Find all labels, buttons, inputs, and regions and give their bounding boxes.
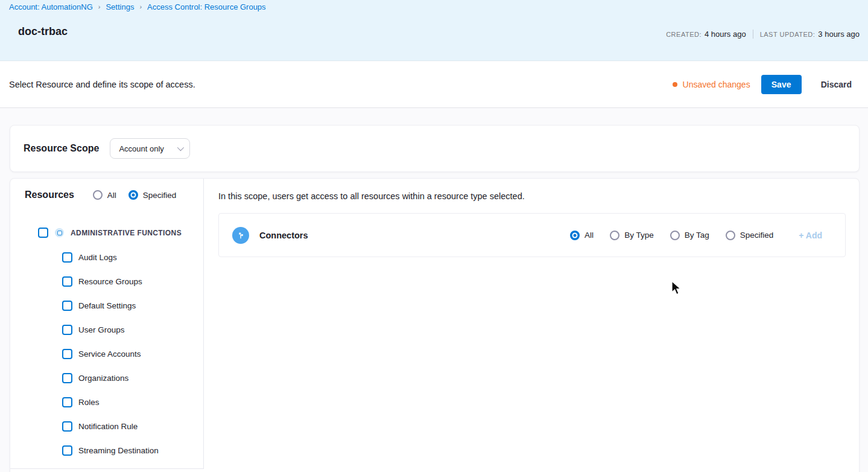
radio-option-all[interactable]: All — [570, 231, 594, 240]
list-item-label: Streaming Destination — [78, 446, 159, 455]
header-meta: CREATED: 4 hours ago LAST UPDATED: 3 hou… — [666, 30, 860, 39]
radio-label: All — [107, 191, 116, 200]
list-item-label: Notification Rule — [78, 422, 138, 431]
last-updated-value: 3 hours ago — [818, 30, 860, 39]
checkbox[interactable] — [62, 301, 72, 311]
group-partial-state-icon — [55, 228, 64, 237]
radio-label: Specified — [143, 191, 177, 200]
list-item-label: Service Accounts — [78, 349, 141, 359]
list-item-notification-rule[interactable]: Notification Rule — [62, 421, 159, 432]
radio-icon[interactable] — [610, 231, 619, 240]
save-button[interactable]: Save — [761, 75, 802, 94]
breadcrumb-separator-icon: › — [98, 3, 101, 10]
resources-mode-radio-group: All Specified — [93, 190, 177, 200]
connectors-resource-row: Connectors All By Type By Tag Specified … — [218, 213, 846, 257]
discard-button[interactable]: Discard — [821, 80, 852, 89]
scope-description: Select Resource and define its scope of … — [9, 80, 195, 89]
checkbox[interactable] — [62, 373, 72, 383]
scope-note: In this scope, users get access to all r… — [218, 191, 525, 201]
resources-sidebar: Resources All Specified ADMINISTRATIVE F… — [10, 179, 204, 469]
checkbox[interactable] — [62, 349, 72, 359]
breadcrumb-account-link[interactable]: Account: AutomationNG — [9, 2, 93, 11]
list-item-user-groups[interactable]: User Groups — [62, 324, 159, 335]
resource-scope-select[interactable]: Account only — [110, 138, 190, 159]
radio-selected-icon[interactable] — [570, 231, 580, 240]
resources-heading: Resources — [25, 190, 74, 200]
radio-label: By Type — [624, 231, 654, 240]
last-updated-label: LAST UPDATED: — [760, 31, 816, 38]
unsaved-dot-icon — [673, 82, 677, 87]
list-item-label: Resource Groups — [78, 277, 142, 286]
radio-option-all[interactable]: All — [93, 190, 116, 200]
list-item-label: Audit Logs — [78, 253, 117, 262]
list-item-default-settings[interactable]: Default Settings — [62, 300, 159, 311]
radio-label: Specified — [740, 231, 774, 240]
resource-scope-selected-value: Account only — [119, 144, 163, 153]
connectors-icon — [232, 227, 249, 244]
resource-scope-card: Resource Scope Account only — [10, 125, 860, 172]
list-item-label: User Groups — [78, 325, 125, 334]
created-label: CREATED: — [666, 31, 702, 38]
breadcrumb: Account: AutomationNG › Settings › Acces… — [9, 2, 266, 11]
group-checkbox[interactable] — [38, 228, 48, 238]
created-value: 4 hours ago — [705, 30, 746, 39]
radio-icon[interactable] — [670, 231, 680, 240]
list-item-resource-groups[interactable]: Resource Groups — [62, 276, 159, 287]
page-title: doc-trbac — [18, 25, 68, 38]
list-item-audit-logs[interactable]: Audit Logs — [62, 252, 159, 263]
list-item-label: Roles — [78, 398, 100, 407]
list-item-label: Default Settings — [78, 301, 136, 310]
radio-option-specified[interactable]: Specified — [128, 190, 177, 200]
resource-scope-heading: Resource Scope — [24, 143, 99, 154]
radio-selected-icon[interactable] — [128, 190, 138, 200]
chevron-down-icon — [177, 144, 184, 151]
connectors-access-radio-group: All By Type By Tag Specified + Add — [570, 231, 822, 240]
breadcrumb-separator-icon: › — [139, 3, 142, 10]
resources-card: Resources All Specified ADMINISTRATIVE F… — [10, 178, 860, 472]
list-item-organizations[interactable]: Organizations — [62, 372, 159, 383]
radio-option-by-tag[interactable]: By Tag — [670, 231, 709, 240]
radio-icon[interactable] — [93, 190, 103, 200]
radio-label: By Tag — [685, 231, 709, 240]
checkbox[interactable] — [62, 325, 72, 335]
add-resources-link[interactable]: + Add — [799, 231, 822, 240]
checkbox[interactable] — [62, 421, 72, 432]
toolbar-actions: Unsaved changes Save Discard — [673, 75, 852, 94]
resource-group-administrative-functions[interactable]: ADMINISTRATIVE FUNCTIONS — [38, 228, 182, 238]
unsaved-changes-indicator: Unsaved changes — [673, 80, 750, 89]
resource-checkbox-list: Audit Logs Resource Groups Default Setti… — [62, 252, 159, 469]
radio-icon[interactable] — [726, 231, 735, 240]
breadcrumb-access-control-link[interactable]: Access Control: Resource Groups — [147, 2, 266, 11]
resources-sidebar-header: Resources All Specified — [25, 190, 176, 200]
resource-name: Connectors — [259, 231, 308, 240]
checkbox[interactable] — [62, 445, 72, 456]
list-item-streaming-destination[interactable]: Streaming Destination — [62, 445, 159, 456]
list-item-roles[interactable]: Roles — [62, 397, 159, 407]
group-label: ADMINISTRATIVE FUNCTIONS — [71, 229, 182, 237]
page-header: Account: AutomationNG › Settings › Acces… — [0, 0, 868, 61]
checkbox[interactable] — [62, 276, 72, 287]
radio-option-by-type[interactable]: By Type — [610, 231, 654, 240]
checkbox[interactable] — [62, 252, 72, 263]
radio-label: All — [584, 231, 594, 240]
breadcrumb-settings-link[interactable]: Settings — [106, 2, 134, 11]
checkbox[interactable] — [62, 397, 72, 407]
unsaved-changes-label: Unsaved changes — [683, 80, 750, 89]
action-toolbar: Select Resource and define its scope of … — [0, 62, 868, 108]
radio-option-specified[interactable]: Specified — [726, 231, 774, 240]
meta-divider — [753, 30, 753, 39]
list-item-service-accounts[interactable]: Service Accounts — [62, 348, 159, 359]
list-item-label: Organizations — [78, 374, 128, 383]
